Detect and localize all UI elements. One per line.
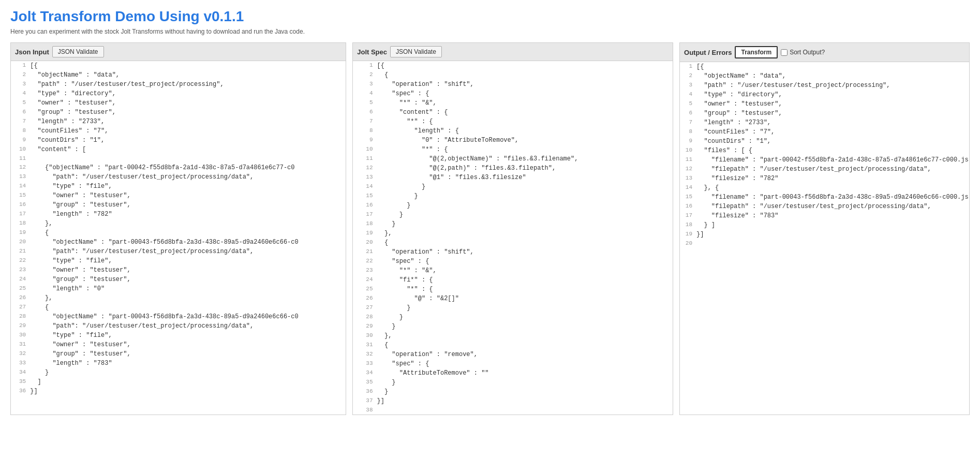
line-content: "*" : { — [377, 285, 673, 294]
line-content: "operation" : "shift", — [377, 247, 673, 257]
table-row: 25 "length" : "0" — [11, 284, 346, 293]
line-content: "filename" : "part-00042-f55d8bfa-2a1d-4… — [696, 155, 969, 165]
jolt-spec-panel: Jolt Spec JSON Validate 1[{2 {3 "operati… — [352, 42, 673, 415]
line-content: }, { — [696, 183, 969, 193]
line-number: 12 — [11, 163, 30, 172]
table-row: 19 { — [11, 228, 346, 238]
jolt-spec-table: 1[{2 {3 "operation" : "shift",4 "spec" :… — [353, 61, 673, 415]
line-number: 13 — [680, 174, 696, 183]
transform-btn[interactable]: Transform — [735, 46, 778, 58]
line-content: "AttributeToRemove" : "" — [377, 368, 673, 378]
line-number: 2 — [680, 71, 696, 81]
line-number: 29 — [11, 321, 30, 331]
jolt-spec-validate-btn[interactable]: JSON Validate — [390, 46, 442, 57]
sort-output-label[interactable]: Sort Output? — [781, 49, 825, 56]
table-row: 26 }, — [11, 293, 346, 303]
line-number: 35 — [353, 378, 377, 387]
line-number: 34 — [11, 368, 30, 377]
line-number: 13 — [11, 172, 30, 182]
line-number: 3 — [353, 80, 377, 89]
line-number: 24 — [11, 275, 30, 284]
table-row: 8 "length" : { — [353, 126, 673, 136]
line-number: 33 — [353, 359, 377, 368]
table-row: 32 "operation" : "remove", — [353, 350, 673, 359]
line-content: } — [377, 313, 673, 322]
line-content: "*" : "&", — [377, 266, 673, 275]
table-row: 11 — [11, 154, 346, 163]
table-row: 11 "@(2,objectName)" : "files.&3.filenam… — [353, 154, 673, 164]
line-content: } — [377, 219, 673, 229]
line-content: } — [30, 368, 346, 377]
line-number: 19 — [11, 228, 30, 238]
line-number: 6 — [11, 108, 30, 117]
line-number: 6 — [353, 108, 377, 117]
line-number: 34 — [353, 368, 377, 378]
line-content: "operation" : "remove", — [377, 350, 673, 359]
line-number: 6 — [680, 109, 696, 118]
line-number: 17 — [680, 211, 696, 220]
line-content: "@1" : "files.&3.filesize" — [377, 173, 673, 182]
table-row: 15 } — [353, 191, 673, 201]
table-row: 16 "filepath" : "/user/testuser/test_pro… — [680, 202, 969, 211]
line-content: "filepath" : "/user/testuser/test_projec… — [696, 202, 969, 211]
table-row: 28 "objectName" : "part-00043-f56d8bfa-2… — [11, 312, 346, 321]
table-row: 20 "objectName" : "part-00043-f56d8bfa-2… — [11, 238, 346, 247]
table-row: 2 { — [353, 70, 673, 80]
table-row: 33 "spec" : { — [353, 359, 673, 368]
line-content: } — [377, 191, 673, 201]
line-content: }] — [377, 396, 673, 406]
line-content: "owner" : "testuser", — [696, 99, 969, 109]
table-row: 1[{ — [353, 61, 673, 70]
line-content: "countFiles" : "7", — [30, 126, 346, 136]
line-content: { — [377, 70, 673, 80]
table-row: 20 { — [353, 238, 673, 247]
json-input-validate-btn[interactable]: JSON Validate — [52, 46, 104, 57]
table-row: 15 "owner" : "testuser", — [11, 191, 346, 200]
table-row: 2 "objectName" : "data", — [11, 70, 346, 80]
line-content: "path" : "/user/testuser/test_project/pr… — [30, 80, 346, 89]
table-row: 10 "content" : [ — [11, 145, 346, 154]
output-label: Output / Errors — [684, 49, 732, 56]
sort-output-checkbox[interactable] — [781, 49, 788, 56]
line-content: { — [377, 341, 673, 350]
table-row: 6 "group" : "testuser", — [680, 109, 969, 118]
line-number: 2 — [353, 70, 377, 80]
line-number: 27 — [353, 303, 377, 313]
table-row: 21 "path": "/user/testuser/test_project/… — [11, 247, 346, 256]
table-row: 6 "group" : "testuser", — [11, 108, 346, 117]
table-row: 18 } ] — [680, 220, 969, 230]
line-content: "path" : "/user/testuser/test_project/pr… — [696, 81, 969, 90]
line-number: 12 — [680, 165, 696, 174]
line-content: }] — [696, 230, 969, 239]
panels-container: Json Input JSON Validate 1[{2 "objectNam… — [10, 42, 970, 415]
line-number: 37 — [353, 396, 377, 406]
line-content: "path": "/user/testuser/test_project/pro… — [30, 247, 346, 256]
table-row: 35 ] — [11, 377, 346, 387]
line-content: }, — [377, 229, 673, 238]
line-content: "length" : "2733", — [30, 117, 346, 126]
line-content: "objectName" : "part-00043-f56d8bfa-2a3d… — [30, 238, 346, 247]
line-content: "files" : [ { — [696, 146, 969, 155]
line-number: 32 — [353, 350, 377, 359]
line-number: 18 — [353, 219, 377, 229]
line-number: 31 — [11, 340, 30, 349]
line-number: 28 — [353, 313, 377, 322]
line-number: 20 — [680, 239, 696, 248]
line-content — [377, 406, 673, 415]
table-row: 21 "operation" : "shift", — [353, 247, 673, 257]
table-row: 18 }, — [11, 219, 346, 228]
line-content: "@(2,objectName)" : "files.&3.filename", — [377, 154, 673, 164]
line-number: 5 — [11, 98, 30, 108]
line-number: 10 — [680, 146, 696, 155]
line-number: 26 — [353, 294, 377, 303]
table-row: 28 } — [353, 313, 673, 322]
line-content: "owner" : "testuser", — [30, 98, 346, 108]
table-row: 16 "group" : "testuser", — [11, 200, 346, 210]
json-input-label: Json Input — [15, 48, 49, 56]
line-number: 33 — [11, 359, 30, 368]
table-row: 24 "group" : "testuser", — [11, 275, 346, 284]
table-row: 14 "type" : "file", — [11, 182, 346, 191]
jolt-spec-label: Jolt Spec — [357, 48, 387, 56]
line-content: "0" : "AttributeToRemove", — [377, 136, 673, 145]
line-number: 4 — [353, 89, 377, 98]
